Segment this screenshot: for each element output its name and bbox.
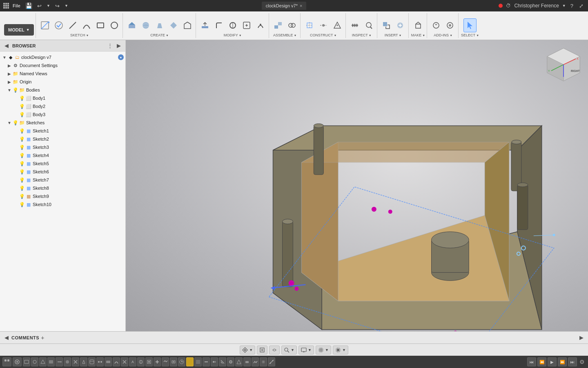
press-pull-button[interactable] xyxy=(198,18,212,32)
undo-button[interactable]: ↩ xyxy=(36,2,43,9)
tl-12[interactable] xyxy=(113,357,120,366)
modify3-button[interactable] xyxy=(226,18,239,32)
tl-4[interactable] xyxy=(47,357,55,366)
addins2-button[interactable] xyxy=(443,18,457,32)
grid-button[interactable]: ▼ xyxy=(316,346,331,355)
tree-item-doc-settings[interactable]: ▶ ⚙ Document Settings xyxy=(0,61,125,70)
save-button[interactable]: 💾 xyxy=(24,2,33,9)
tl-28[interactable] xyxy=(252,357,259,366)
tree-item-sketch10[interactable]: 💡 ▦ Sketch10 xyxy=(0,200,125,209)
timeline-icon-2[interactable] xyxy=(13,357,22,366)
play-button[interactable]: ▶ xyxy=(548,357,557,366)
inspect-label[interactable]: INSPECT ▼ xyxy=(352,33,372,37)
make-label[interactable]: MAKE ▼ xyxy=(411,33,425,37)
tree-item-sketch8[interactable]: 💡 ▦ Sketch8 xyxy=(0,184,125,192)
select-button[interactable] xyxy=(463,18,477,32)
tree-item-sketch1[interactable]: 💡 ▦ Sketch1 xyxy=(0,127,125,135)
modify4-button[interactable] xyxy=(240,18,253,32)
arc-button[interactable] xyxy=(80,18,93,32)
tree-item-body2[interactable]: 💡 ⬜ Body2 xyxy=(0,102,125,110)
tl-14[interactable] xyxy=(129,357,136,366)
line-button[interactable] xyxy=(66,18,79,32)
tree-item-origin[interactable]: ▶ 📁 Origin xyxy=(0,78,125,86)
expand-button[interactable]: ⤢ xyxy=(578,2,585,9)
construct1-button[interactable] xyxy=(303,18,316,32)
insert1-button[interactable] xyxy=(380,18,393,32)
tl-17[interactable] xyxy=(154,357,161,366)
assemble1-button[interactable] xyxy=(272,18,285,32)
loft-button[interactable] xyxy=(153,18,166,32)
tl-11[interactable] xyxy=(105,357,112,366)
tree-item-sketch5[interactable]: 💡 ▦ Sketch5 xyxy=(0,159,125,168)
tl-3[interactable] xyxy=(39,357,47,366)
file-menu-button[interactable]: File xyxy=(11,3,22,9)
tree-item-sketch9[interactable]: 💡 ▦ Sketch9 xyxy=(0,192,125,200)
construct3-button[interactable] xyxy=(331,18,344,32)
play-next-button[interactable]: ⏩ xyxy=(558,357,567,366)
tab-close-button[interactable]: × xyxy=(300,3,302,8)
create4-button[interactable] xyxy=(167,18,180,32)
help-button[interactable]: ? xyxy=(569,2,575,9)
construct2-button[interactable] xyxy=(317,18,330,32)
assemble-label[interactable]: ASSEMBLE ▼ xyxy=(273,33,296,37)
tl-1[interactable] xyxy=(23,357,30,366)
tree-item-root[interactable]: ▼ ◆ 🗂 clockDesign v7 ● xyxy=(0,53,125,61)
select-label[interactable]: SELECT ▼ xyxy=(461,33,479,37)
timeline-icon-1[interactable] xyxy=(2,357,11,366)
tl-6[interactable] xyxy=(64,357,71,366)
tl-24[interactable] xyxy=(219,357,226,366)
comments-expand-button[interactable]: ▶ xyxy=(578,334,585,341)
assemble2-button[interactable] xyxy=(285,18,298,32)
display-button[interactable]: ▼ xyxy=(298,346,314,355)
addins-label[interactable]: ADD-INS ▼ xyxy=(434,33,452,37)
insert-label[interactable]: INSERT ▼ xyxy=(385,33,402,37)
tl-10[interactable] xyxy=(96,357,104,366)
tl-25[interactable] xyxy=(227,357,234,366)
tl-27[interactable] xyxy=(243,357,251,366)
sidebar-collapse-button[interactable]: ◀ xyxy=(3,42,10,49)
addins1-button[interactable] xyxy=(430,18,443,32)
user-dropdown-arrow[interactable]: ▼ xyxy=(562,4,566,8)
tl-13[interactable] xyxy=(121,357,128,366)
tl-pos[interactable] xyxy=(186,357,194,366)
tree-item-sketch2[interactable]: 💡 ▦ Sketch2 xyxy=(0,135,125,143)
sketch-create-button[interactable] xyxy=(38,18,51,32)
tl-26[interactable] xyxy=(235,357,243,366)
orbit-button[interactable] xyxy=(269,346,280,355)
fillet-button[interactable] xyxy=(212,18,225,32)
tl-5[interactable] xyxy=(56,357,63,366)
insert2-button[interactable] xyxy=(394,18,407,32)
play-last-button[interactable]: ⏭ xyxy=(568,357,577,366)
camera-controls-button[interactable]: ▼ xyxy=(240,346,255,355)
modify-label[interactable]: MODIFY ▼ xyxy=(224,33,242,37)
sidebar-expand-button[interactable]: ▶ xyxy=(116,42,122,49)
extrude-button[interactable] xyxy=(125,18,138,32)
tl-22[interactable] xyxy=(203,357,210,366)
tl-7[interactable] xyxy=(72,357,79,366)
more-display-button[interactable]: ▼ xyxy=(333,346,348,355)
create-label[interactable]: CREATE ▼ xyxy=(150,33,169,37)
make1-button[interactable] xyxy=(412,18,425,32)
tree-item-sketch7[interactable]: 💡 ▦ Sketch7 xyxy=(0,176,125,184)
app-grid-icon[interactable] xyxy=(3,3,9,9)
tl-30[interactable] xyxy=(268,357,275,366)
anim-settings-button[interactable]: ⚙ xyxy=(578,357,586,366)
tl-19[interactable] xyxy=(170,357,177,366)
tl-15[interactable] xyxy=(137,357,145,366)
tree-item-named-views[interactable]: ▶ 📁 Named Views xyxy=(0,70,125,78)
play-prev-button[interactable]: ⏪ xyxy=(537,357,546,366)
tl-23[interactable] xyxy=(211,357,218,366)
comments-add-button[interactable]: + xyxy=(41,334,44,341)
redo-dropdown-button[interactable]: ▼ xyxy=(63,3,69,8)
tl-29[interactable] xyxy=(260,357,267,366)
comments-collapse-button[interactable]: ◀ xyxy=(3,334,10,341)
inspect2-button[interactable] xyxy=(362,18,375,32)
tl-9[interactable] xyxy=(88,357,96,366)
viewcube[interactable]: RIGHT X Y xyxy=(543,44,584,85)
tl-8[interactable] xyxy=(80,357,87,366)
tree-item-sketches[interactable]: ▼ 💡 📁 Sketches xyxy=(0,119,125,127)
circle-button[interactable] xyxy=(108,18,121,32)
tree-item-body1[interactable]: 💡 ⬜ Body1 xyxy=(0,94,125,102)
doc-tab[interactable]: clockDesign v7* × xyxy=(262,2,307,10)
redo-button[interactable]: ↪ xyxy=(54,2,61,9)
